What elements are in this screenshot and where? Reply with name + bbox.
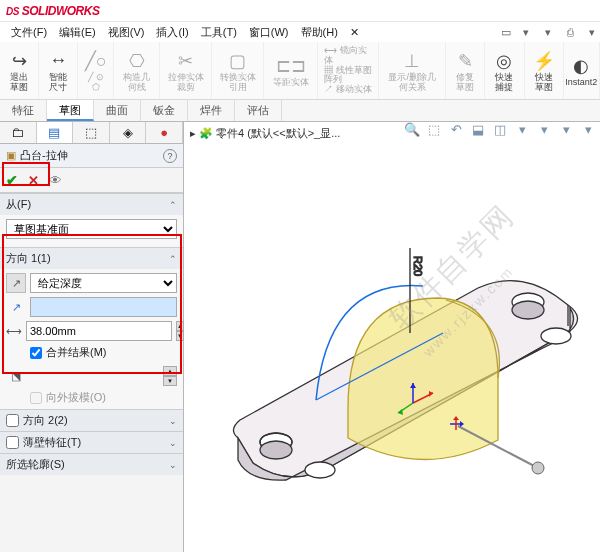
svg-point-17	[532, 462, 544, 474]
depth-input[interactable]	[26, 321, 172, 341]
menu-xtra[interactable]: ✕	[345, 24, 364, 41]
graphics-viewport[interactable]: ▸ 🧩 零件4 (默认<<默认>_显... 🔍 ⬚ ↶ ⬓ ◫ ▾ ▾ ▾ ▾ …	[184, 122, 600, 552]
draft-spinner[interactable]: ▲▼	[163, 366, 177, 386]
menu-tools[interactable]: 工具(T)	[196, 23, 242, 42]
feature-title-row: ▣ 凸台-拉伸 ?	[0, 144, 183, 168]
zoom-fit-icon[interactable]: 🔍	[404, 122, 420, 137]
draft-icon[interactable]: ⬔	[6, 366, 26, 386]
breadcrumb: ▸ 🧩 零件4 (默认<<默认>_显...	[190, 126, 340, 141]
extrude-icon: ▣	[6, 149, 16, 162]
ribbon-offset[interactable]: ⊏⊐等距实体	[264, 42, 318, 99]
view-toolbar: 🔍 ⬚ ↶ ⬓ ◫ ▾ ▾ ▾ ▾	[404, 122, 596, 137]
orient-icon[interactable]: ◫	[492, 122, 508, 137]
direction-arrow-icon[interactable]: ↗	[6, 297, 26, 317]
cancel-button[interactable]: ✕	[28, 173, 39, 188]
ribbon-mirror-group[interactable]: ⟷ 镜向实体▦ 线性草图阵列↗ 移动实体	[318, 42, 379, 99]
draft-out-checkbox	[30, 392, 42, 404]
svg-point-4	[512, 301, 544, 319]
from-select[interactable]: 草图基准面	[6, 219, 177, 239]
merge-label: 合并结果(M)	[46, 345, 107, 360]
dir2-checkbox[interactable]	[6, 414, 19, 427]
depth-icon: ⟷	[6, 321, 22, 341]
from-header[interactable]: 从(F)⌃	[0, 194, 183, 215]
ribbon-draw-tools[interactable]: ╱○╱ ⊙ ⬠	[78, 42, 114, 99]
preview-icon[interactable]: 👁	[49, 173, 62, 188]
ok-cancel-row: ✔ ✕ 👁	[0, 168, 183, 193]
svg-point-6	[541, 328, 571, 344]
depth-spinner[interactable]: ▲▼	[176, 321, 184, 341]
flyout-icon[interactable]: ▸	[190, 127, 196, 140]
scene-icon[interactable]: ▾	[580, 122, 596, 137]
ribbon-cut[interactable]: ✂拉伸实体裁剪	[160, 42, 212, 99]
appearance-icon[interactable]: ▾	[558, 122, 574, 137]
ribbon-exit-sketch[interactable]: ↪退出草图	[0, 42, 39, 99]
zoom-area-icon[interactable]: ⬚	[426, 122, 442, 137]
hide-icon[interactable]: ▾	[536, 122, 552, 137]
tab-eval[interactable]: 评估	[235, 100, 282, 121]
panel-tab-feature-tree[interactable]: 🗀	[0, 122, 37, 143]
menu-file[interactable]: 文件(F)	[6, 23, 52, 42]
ribbon-repair[interactable]: ✎修复草图	[446, 42, 485, 99]
panel-tab-property[interactable]: ▤	[37, 122, 74, 143]
save-icon[interactable]: ▾	[540, 24, 556, 41]
panel-tab-bar: 🗀 ▤ ⬚ ◈ ●	[0, 122, 183, 144]
merge-checkbox[interactable]	[30, 347, 42, 359]
menu-bar: 文件(F) 编辑(E) 视图(V) 插入(I) 工具(T) 窗口(W) 帮助(H…	[0, 22, 600, 42]
display-icon[interactable]: ▾	[514, 122, 530, 137]
thin-checkbox[interactable]	[6, 436, 19, 449]
ribbon-relations[interactable]: ⊥显示/删除几何关系	[379, 42, 446, 99]
model-graphic: R20	[198, 178, 598, 538]
ribbon: ↪退出草图 ↔智能尺寸 ╱○╱ ⊙ ⬠ ⎔构造几何线 ✂拉伸实体裁剪 ▢转换实体…	[0, 42, 600, 100]
dir2-header[interactable]: 方向 2(2)⌄	[0, 410, 183, 431]
contours-header[interactable]: 所选轮廓(S)⌄	[0, 454, 183, 475]
options-icon[interactable]: ▾	[584, 24, 600, 41]
ribbon-convert[interactable]: ▢转换实体引用	[212, 42, 264, 99]
open-icon[interactable]: ▾	[518, 24, 534, 41]
svg-point-2	[260, 441, 292, 459]
tab-sheet[interactable]: 钣金	[141, 100, 188, 121]
help-icon[interactable]: ?	[163, 149, 177, 163]
tab-sketch[interactable]: 草图	[47, 100, 94, 121]
menu-view[interactable]: 视图(V)	[103, 23, 150, 42]
ribbon-rapid[interactable]: ⚡快速草图	[525, 42, 564, 99]
svg-text:R20: R20	[412, 256, 424, 276]
svg-point-5	[305, 462, 335, 478]
menu-window[interactable]: 窗口(W)	[244, 23, 294, 42]
property-manager: 🗀 ▤ ⬚ ◈ ● ▣ 凸台-拉伸 ? ✔ ✕ 👁 从(F)⌃ 草图基准面	[0, 122, 184, 552]
ribbon-smart-dim[interactable]: ↔智能尺寸	[39, 42, 78, 99]
feature-title: 凸台-拉伸	[20, 148, 68, 163]
new-icon[interactable]: ▭	[496, 24, 512, 41]
reverse-dir-icon[interactable]: ↗	[6, 273, 26, 293]
quick-access-toolbar: ▭ ▾ ▾ ⎙ ▾	[496, 24, 600, 41]
tab-surface[interactable]: 曲面	[94, 100, 141, 121]
thin-header[interactable]: 薄壁特征(T)⌄	[0, 432, 183, 453]
direction-vector-input[interactable]	[30, 297, 177, 317]
draft-out-label: 向外拔模(O)	[46, 390, 106, 405]
menu-edit[interactable]: 编辑(E)	[54, 23, 101, 42]
prev-view-icon[interactable]: ↶	[448, 122, 464, 137]
print-icon[interactable]: ⎙	[562, 24, 578, 40]
command-tabs: 特征 草图 曲面 钣金 焊件 评估	[0, 100, 600, 122]
ok-button[interactable]: ✔	[6, 172, 18, 188]
tab-weld[interactable]: 焊件	[188, 100, 235, 121]
panel-tab-dim[interactable]: ◈	[110, 122, 147, 143]
menu-insert[interactable]: 插入(I)	[151, 23, 193, 42]
panel-tab-appearance[interactable]: ●	[146, 122, 183, 143]
end-condition-select[interactable]: 给定深度	[30, 273, 177, 293]
ribbon-instant[interactable]: ◐Instant2	[564, 42, 600, 99]
ribbon-construct[interactable]: ⎔构造几何线	[114, 42, 160, 99]
ribbon-quick-snap[interactable]: ◎快速捕捉	[485, 42, 524, 99]
app-logo: DS SOLIDWORKS	[6, 4, 99, 18]
dir1-header[interactable]: 方向 1(1)⌃	[0, 248, 183, 269]
panel-tab-config[interactable]: ⬚	[73, 122, 110, 143]
tab-feature[interactable]: 特征	[0, 100, 47, 121]
section-icon[interactable]: ⬓	[470, 122, 486, 137]
menu-help[interactable]: 帮助(H)	[296, 23, 343, 42]
